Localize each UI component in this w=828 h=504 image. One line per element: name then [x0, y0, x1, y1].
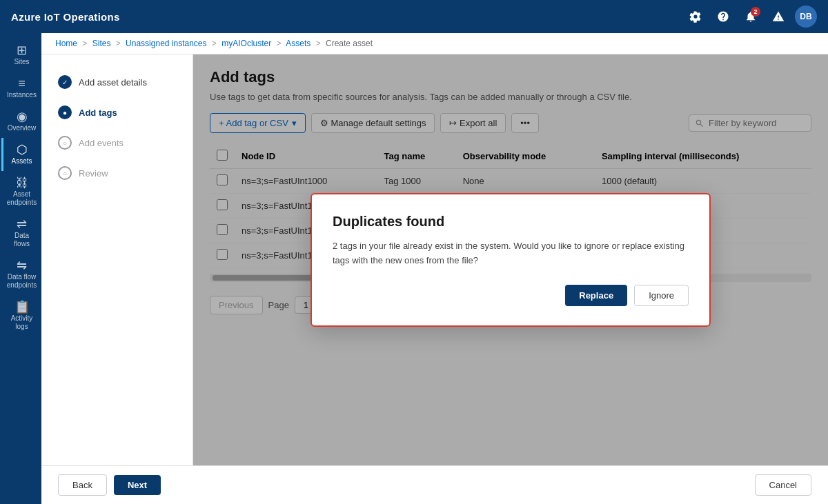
- cancel-button[interactable]: Cancel: [755, 474, 811, 496]
- step-circle-add-events: ○: [58, 136, 72, 150]
- step-circle-add-tags: ●: [58, 105, 72, 119]
- sidebar-label-activity-logs: Activity logs: [6, 314, 37, 331]
- sites-icon: ⊞: [17, 44, 27, 57]
- notification-icon-btn[interactable]: 2: [740, 6, 762, 28]
- steps-panel: ✓ Add asset details ● Add tags ○ Add eve…: [41, 54, 193, 465]
- sidebar-label-instances: Instances: [7, 91, 37, 99]
- main-layout: ⊞ Sites ≡ Instances ◉ Overview ⬡ Assets …: [0, 33, 828, 504]
- dialog-title: Duplicates found: [333, 214, 689, 230]
- alert-icon-btn[interactable]: [767, 6, 789, 28]
- assets-icon: ⬡: [17, 143, 28, 156]
- dialog-actions: Replace Ignore: [333, 285, 689, 306]
- dialog-overlay: Duplicates found 2 tags in your file alr…: [193, 54, 828, 465]
- sidebar-label-overview: Overview: [8, 124, 37, 132]
- sidebar-label-data-flows: Data flows: [6, 232, 37, 248]
- sidebar-item-assets[interactable]: ⬡ Assets: [1, 138, 40, 171]
- alert-icon: [772, 10, 785, 23]
- top-nav: Azure IoT Operations 2 DB: [0, 0, 828, 33]
- content-area: Home > Sites > Unassigned instances > my…: [41, 33, 828, 504]
- settings-icon-btn[interactable]: [684, 6, 707, 28]
- sidebar-item-data-flow-endpoints[interactable]: ⇋ Data flow endpoints: [1, 254, 40, 295]
- nav-icons: 2 DB: [684, 6, 817, 28]
- step-review[interactable]: ○ Review: [52, 159, 181, 187]
- notification-badge: 2: [751, 7, 760, 17]
- sidebar-label-assets: Assets: [11, 157, 32, 165]
- step-circle-add-asset-details: ✓: [58, 75, 72, 89]
- asset-endpoints-icon: ⛓: [16, 177, 28, 189]
- data-flows-icon: ⇌: [17, 218, 27, 230]
- breadcrumb-sites[interactable]: Sites: [92, 39, 111, 48]
- step-add-tags[interactable]: ● Add tags: [52, 99, 181, 126]
- sidebar-item-data-flows[interactable]: ⇌ Data flows: [1, 212, 40, 254]
- sidebar-item-sites[interactable]: ⊞ Sites: [1, 39, 40, 72]
- app-title: Azure IoT Operations: [11, 11, 120, 23]
- dialog-box: Duplicates found 2 tags in your file alr…: [310, 193, 711, 327]
- sidebar-item-overview[interactable]: ◉ Overview: [1, 105, 40, 138]
- inner-layout: ✓ Add asset details ● Add tags ○ Add eve…: [41, 54, 828, 465]
- breadcrumb-assets[interactable]: Assets: [286, 39, 310, 48]
- replace-button[interactable]: Replace: [565, 285, 627, 306]
- step-label-add-tags: Add tags: [79, 108, 117, 118]
- step-add-asset-details[interactable]: ✓ Add asset details: [52, 68, 181, 96]
- step-add-events[interactable]: ○ Add events: [52, 129, 181, 157]
- data-flow-endpoints-icon: ⇋: [17, 259, 27, 272]
- ignore-button[interactable]: Ignore: [634, 285, 689, 306]
- sidebar-label-asset-endpoints: Asset endpoints: [6, 190, 37, 207]
- sidebar-item-instances[interactable]: ≡ Instances: [1, 72, 40, 105]
- sidebar-item-asset-endpoints[interactable]: ⛓ Asset endpoints: [1, 171, 40, 212]
- breadcrumb: Home > Sites > Unassigned instances > my…: [41, 33, 828, 54]
- step-label-add-asset-details: Add asset details: [79, 77, 147, 88]
- dialog-body: 2 tags in your file already exist in the…: [333, 239, 689, 268]
- gear-icon: [689, 10, 702, 23]
- sidebar-label-sites: Sites: [14, 58, 29, 66]
- breadcrumb-cluster[interactable]: myAIOcluster: [221, 39, 271, 48]
- sidebar-label-data-flow-endpoints: Data flow endpoints: [6, 273, 37, 290]
- help-icon-btn[interactable]: [712, 6, 734, 28]
- bottom-actions: Back Next Cancel: [41, 465, 828, 504]
- breadcrumb-unassigned-instances[interactable]: Unassigned instances: [126, 39, 206, 48]
- form-area: Add tags Use tags to get data from speci…: [193, 54, 828, 465]
- step-label-add-events: Add events: [79, 138, 124, 148]
- back-button[interactable]: Back: [58, 474, 107, 496]
- instances-icon: ≡: [18, 77, 26, 90]
- breadcrumb-current: Create asset: [326, 39, 373, 48]
- sidebar-item-activity-logs[interactable]: 📋 Activity logs: [1, 295, 40, 336]
- sidebar: ⊞ Sites ≡ Instances ◉ Overview ⬡ Assets …: [0, 33, 41, 504]
- activity-logs-icon: 📋: [14, 301, 30, 313]
- user-avatar[interactable]: DB: [795, 6, 817, 28]
- step-circle-review: ○: [58, 166, 72, 180]
- breadcrumb-home[interactable]: Home: [55, 39, 77, 48]
- overview-icon: ◉: [17, 110, 28, 123]
- next-button-bottom[interactable]: Next: [114, 475, 161, 495]
- step-label-review: Review: [79, 168, 108, 179]
- question-icon: [717, 10, 729, 23]
